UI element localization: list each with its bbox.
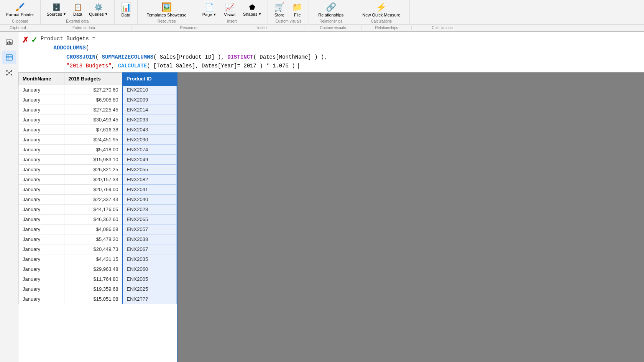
svg-line-16 — [10, 74, 11, 75]
cell-budget: $11,764.80 — [64, 274, 123, 284]
cell-budget: $24,451.95 — [64, 135, 123, 145]
cell-budget: $19,359.68 — [64, 284, 123, 294]
cell-budget: $20,157.33 — [64, 175, 123, 185]
visual-btn[interactable]: 📈 Visual — [221, 1, 238, 18]
table-row: January$27,270.60ENX2010 — [19, 85, 177, 95]
cancel-formula-btn[interactable]: ✗ — [22, 36, 29, 44]
svg-rect-1 — [7, 42, 8, 44]
cell-month: January — [19, 294, 64, 304]
svg-rect-4 — [6, 55, 12, 60]
cell-budget: $6,905.80 — [64, 95, 123, 105]
cell-budget: $4,086.08 — [64, 224, 123, 234]
svg-rect-3 — [10, 42, 12, 44]
table-row: January$29,963.48ENX2060 — [19, 264, 177, 274]
col-header-monthname[interactable]: MonthName — [19, 73, 64, 85]
data-btn[interactable]: 📋 Data — [70, 2, 85, 18]
svg-line-13 — [8, 71, 9, 72]
left-sidebar — [0, 32, 18, 362]
cell-product: ENX2043 — [123, 125, 177, 135]
cell-product: ENX2014 — [123, 105, 177, 115]
calculations-group: ⚡ New Quick Measure Calculations — [353, 0, 410, 24]
data-table: MonthName 2018 Budgets Product ID Januar… — [18, 72, 177, 304]
data-table-container[interactable]: MonthName 2018 Budgets Product ID Januar… — [18, 72, 177, 362]
cell-month: January — [19, 155, 64, 165]
table-row: January$5,418.00ENX2074 — [19, 145, 177, 155]
cell-month: January — [19, 254, 64, 264]
new-quick-measure-btn[interactable]: ⚡ New Quick Measure — [358, 1, 405, 19]
table-row: January$5,478.20ENX2038 — [19, 234, 177, 244]
cell-product: ENX2010 — [123, 85, 177, 95]
data-group: 📊 Data — [115, 0, 138, 24]
table-row: January$19,359.68ENX2025 — [19, 284, 177, 294]
page-btn[interactable]: 📄 Page ▼ — [199, 1, 220, 18]
relationships-btn[interactable]: 🔗 Relationships — [314, 1, 348, 19]
data-view-icon[interactable] — [2, 51, 16, 64]
table-row: January$7,616.38ENX2043 — [19, 125, 177, 135]
sources-btn[interactable]: 🗄️ Sources ▼ — [44, 2, 69, 18]
svg-rect-2 — [8, 41, 10, 44]
svg-point-10 — [11, 70, 12, 72]
table-row: January$15,051.08ENX2??? — [19, 294, 177, 304]
cell-budget: $20,449.73 — [64, 244, 123, 254]
formula-bar: ✗ ✓ Product Budgets = ADDCOLUMNS( CROSSJ… — [18, 32, 644, 72]
cell-product: ENX2035 — [123, 254, 177, 264]
svg-point-11 — [6, 74, 8, 75]
insert-group: 📄 Page ▼ 📈 Visual ⬟ Shapes ▼ Insert — [196, 0, 268, 24]
cell-month: January — [19, 125, 64, 135]
cell-month: January — [19, 105, 64, 115]
table-row: January$11,764.80ENX2005 — [19, 274, 177, 284]
col-header-productid[interactable]: Product ID — [123, 73, 177, 85]
custom-visuals-group: 🛒 Store 📁 File Custom visuals — [268, 0, 309, 24]
cell-product: ENX2067 — [123, 244, 177, 254]
table-row: January$20,769.00ENX2041 — [19, 185, 177, 195]
report-view-icon[interactable] — [2, 35, 16, 49]
cell-product: ENX2009 — [123, 95, 177, 105]
cell-product: ENX2033 — [123, 115, 177, 125]
relationships-group: 🔗 Relationships Relationships — [309, 0, 353, 24]
model-view-icon[interactable] — [2, 66, 16, 80]
cell-month: January — [19, 145, 64, 155]
table-row: January$44,176.05ENX2028 — [19, 205, 177, 215]
formula-code[interactable]: Product Budgets = ADDCOLUMNS( CROSSJOIN(… — [41, 34, 640, 71]
svg-point-12 — [11, 74, 12, 75]
cell-product: ENX2057 — [123, 224, 177, 234]
svg-line-15 — [8, 74, 9, 75]
cell-month: January — [19, 175, 64, 185]
table-row: January$22,337.43ENX2040 — [19, 195, 177, 205]
table-row: January$20,157.33ENX2082 — [19, 175, 177, 185]
cell-budget: $29,963.48 — [64, 264, 123, 274]
cell-budget: $44,176.05 — [64, 205, 123, 215]
cell-month: January — [19, 215, 64, 224]
cell-budget: $5,478.20 — [64, 234, 123, 244]
clipboard-group: 🖌️ Format Painter Clipboard — [0, 0, 41, 24]
cell-product: ENX2065 — [123, 215, 177, 224]
table-row: January$4,086.08ENX2057 — [19, 224, 177, 234]
queries-btn[interactable]: ⚙️ Queries ▼ — [86, 2, 111, 18]
col-header-budgets[interactable]: 2018 Budgets — [64, 73, 123, 85]
cell-budget: $26,821.25 — [64, 165, 123, 175]
shapes-btn[interactable]: ⬟ Shapes ▼ — [240, 2, 264, 18]
cell-budget: $27,270.60 — [64, 85, 123, 95]
cell-month: January — [19, 135, 64, 145]
cell-product: ENX2040 — [123, 195, 177, 205]
cell-product: ENX2090 — [123, 135, 177, 145]
cell-product: ENX2041 — [123, 185, 177, 195]
store-btn[interactable]: 🛒 Store — [271, 1, 288, 19]
cell-product: ENX2055 — [123, 165, 177, 175]
cell-month: January — [19, 115, 64, 125]
data-standalone-btn[interactable]: 📊 Data — [118, 1, 134, 19]
table-row: January$26,821.25ENX2055 — [19, 165, 177, 175]
cell-month: January — [19, 195, 64, 205]
cell-product: ENX2060 — [123, 264, 177, 274]
cell-budget: $15,051.08 — [64, 294, 123, 304]
cell-month: January — [19, 264, 64, 274]
cell-budget: $4,431.15 — [64, 254, 123, 264]
resources-group: 🖼️ Templates Showcase Resources — [138, 0, 196, 24]
file-btn[interactable]: 📁 File — [289, 1, 306, 19]
format-painter-btn[interactable]: 🖌️ Format Painter — [3, 0, 37, 19]
cell-product: ENX2028 — [123, 205, 177, 215]
templates-showcase-btn[interactable]: 🖼️ Templates Showcase — [142, 1, 191, 19]
table-row: January$6,905.80ENX2009 — [19, 95, 177, 105]
confirm-formula-btn[interactable]: ✓ — [31, 36, 38, 44]
cell-product: ENX2??? — [123, 294, 177, 304]
